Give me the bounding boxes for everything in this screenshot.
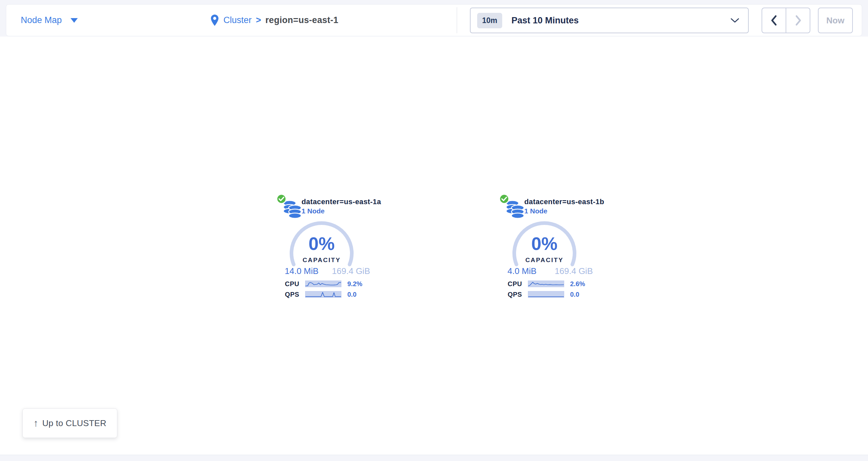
view-selector-dropdown[interactable]: Node Map xyxy=(21,5,78,36)
header-divider xyxy=(457,7,457,33)
capacity-caption: CAPACITY xyxy=(510,257,579,264)
time-forward-button[interactable] xyxy=(786,8,810,33)
cpu-value: 9.2% xyxy=(347,280,363,288)
capacity-values: 4.0 MiB 169.4 GiB xyxy=(507,266,593,276)
qps-value: 0.0 xyxy=(570,291,579,298)
node-map-page: { "header": { "view_dropdown": { "label"… xyxy=(0,0,868,461)
healthy-check-icon xyxy=(499,193,510,204)
qps-sparkline xyxy=(528,291,564,298)
cpu-sparkline xyxy=(528,281,564,287)
time-range-badge: 10m xyxy=(477,13,502,28)
time-back-button[interactable] xyxy=(762,8,786,33)
healthy-check-icon xyxy=(276,193,287,204)
cpu-value: 2.6% xyxy=(570,280,585,288)
breadcrumb-separator: > xyxy=(256,15,261,25)
locality-card-us-east-1a[interactable]: datacenter=us-east-1a 1 Node 0% CAPACITY… xyxy=(275,193,374,302)
chevron-left-icon xyxy=(770,14,778,26)
capacity-total: 169.4 GiB xyxy=(555,266,593,276)
now-button[interactable]: Now xyxy=(818,7,853,33)
map-pin-icon xyxy=(210,14,219,27)
qps-metric-row: QPS 0.0 xyxy=(498,291,579,298)
breadcrumb-cluster-link[interactable]: Cluster xyxy=(223,15,252,25)
locality-node-count: 1 Node xyxy=(524,207,547,215)
qps-label: QPS xyxy=(498,291,522,298)
capacity-used: 4.0 MiB xyxy=(507,266,536,276)
qps-metric-row: QPS 0.0 xyxy=(275,291,356,298)
locality-node-count: 1 Node xyxy=(302,207,324,215)
capacity-values: 14.0 MiB 169.4 GiB xyxy=(285,266,370,276)
cpu-label: CPU xyxy=(275,280,299,288)
up-to-cluster-button[interactable]: ↑ Up to CLUSTER xyxy=(23,408,117,438)
arrow-up-icon: ↑ xyxy=(33,418,38,428)
qps-sparkline xyxy=(305,291,341,298)
capacity-caption: CAPACITY xyxy=(287,257,356,264)
cpu-metric-row: CPU 2.6% xyxy=(498,281,585,287)
capacity-used: 14.0 MiB xyxy=(285,266,319,276)
chevron-down-icon xyxy=(730,18,740,23)
locality-title: datacenter=us-east-1a xyxy=(302,198,381,206)
header-bar: Node Map Cluster > region=us-east-1 10m … xyxy=(6,4,862,36)
cpu-sparkline xyxy=(305,281,341,287)
view-selector-label: Node Map xyxy=(21,15,62,25)
locality-card-us-east-1b[interactable]: datacenter=us-east-1b 1 Node 0% CAPACITY… xyxy=(498,193,597,302)
caret-down-icon xyxy=(70,18,78,23)
breadcrumb-current-locality: region=us-east-1 xyxy=(265,15,338,25)
up-to-cluster-label: Up to CLUSTER xyxy=(42,418,106,428)
time-range-selector[interactable]: 10m Past 10 Minutes xyxy=(470,7,749,33)
cpu-label: CPU xyxy=(498,280,522,288)
cpu-metric-row: CPU 9.2% xyxy=(275,281,363,287)
qps-value: 0.0 xyxy=(347,291,356,298)
node-map-canvas xyxy=(0,37,868,455)
qps-label: QPS xyxy=(275,291,299,298)
time-step-buttons xyxy=(762,7,810,33)
locality-title: datacenter=us-east-1b xyxy=(524,198,604,206)
capacity-total: 169.4 GiB xyxy=(332,266,370,276)
chevron-right-icon xyxy=(794,14,802,26)
capacity-percent: 0% xyxy=(510,233,579,254)
breadcrumb: Cluster > region=us-east-1 xyxy=(210,5,338,36)
time-range-label: Past 10 Minutes xyxy=(512,15,579,26)
capacity-percent: 0% xyxy=(287,233,356,254)
